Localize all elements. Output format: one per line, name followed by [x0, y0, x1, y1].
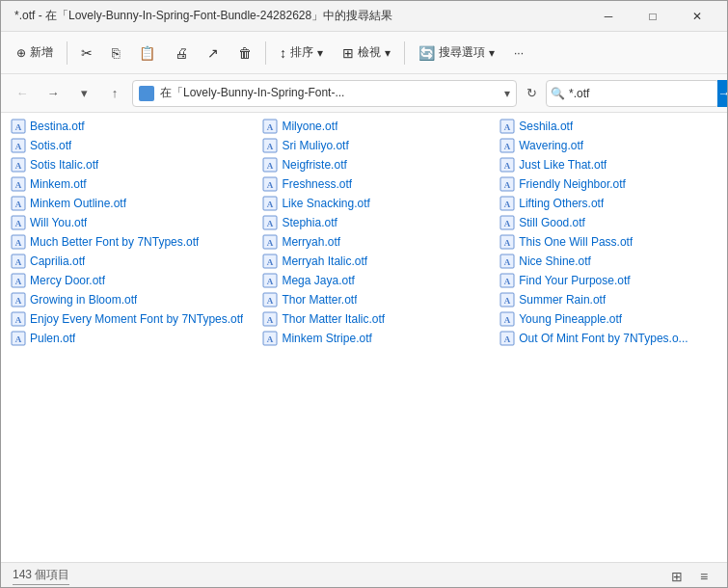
share-icon: ↗ — [207, 45, 219, 61]
svg-text:A: A — [15, 200, 22, 209]
view-details-button[interactable]: ≡ — [692, 565, 715, 588]
svg-text:A: A — [504, 296, 511, 306]
file-name-label: Milyone.otf — [282, 120, 337, 133]
list-item[interactable]: ASeshila.otf — [494, 117, 723, 136]
share-button[interactable]: ↗ — [200, 38, 227, 68]
refresh-button[interactable]: ↻ — [521, 83, 542, 104]
minimize-button[interactable]: ─ — [586, 1, 631, 32]
list-item[interactable]: AMinkem Stripe.otf — [256, 329, 486, 348]
list-item[interactable]: ABestina.otf — [5, 117, 249, 136]
list-item[interactable]: AMuch Better Font by 7NTypes.otf — [5, 232, 249, 252]
file-name-label: Summer Rain.otf — [519, 293, 606, 307]
back-button[interactable]: ← — [9, 80, 36, 107]
file-name-label: Sotis Italic.otf — [30, 158, 98, 172]
list-item[interactable]: AFreshness.otf — [256, 174, 486, 194]
font-file-icon: A — [11, 331, 26, 346]
list-item[interactable]: AThor Matter.otf — [256, 290, 486, 309]
paste-icon: 📋 — [139, 45, 155, 61]
copy-button[interactable]: ⎘ — [104, 38, 127, 68]
list-item[interactable]: ASotis Italic.otf — [5, 155, 249, 174]
font-file-icon: A — [11, 119, 26, 134]
file-name-label: Thor Matter.otf — [282, 293, 357, 307]
svg-text:A: A — [504, 122, 511, 132]
font-file-icon: A — [499, 157, 515, 173]
view-button[interactable]: ⊞ 檢視 ▾ — [335, 38, 398, 68]
list-item[interactable]: AWavering.otf — [494, 136, 723, 155]
svg-text:A: A — [267, 315, 274, 325]
font-file-icon: A — [262, 292, 278, 307]
print-button[interactable]: 🖨 — [167, 38, 196, 68]
list-item[interactable]: AStephia.otf — [256, 213, 486, 232]
file-name-label: Freshness.otf — [282, 177, 352, 191]
search-options-button[interactable]: 🔄 搜尋選項 ▾ — [411, 38, 502, 68]
search-field[interactable]: 🔍 → — [546, 80, 719, 107]
font-file-icon: A — [262, 196, 278, 211]
search-input[interactable] — [569, 87, 714, 100]
svg-text:A: A — [15, 315, 22, 325]
list-item[interactable]: AWill You.otf — [5, 213, 249, 232]
list-item[interactable]: AFind Your Purpose.otf — [494, 271, 723, 290]
list-item[interactable]: AThor Matter Italic.otf — [256, 309, 486, 329]
svg-text:A: A — [267, 219, 274, 228]
list-item[interactable]: AOut Of Mint Font by 7NTypes.o... — [494, 329, 723, 348]
list-item[interactable]: AMilyone.otf — [256, 117, 486, 136]
sort-chevron-icon: ▾ — [317, 46, 323, 60]
forward-button[interactable]: → — [40, 80, 67, 107]
list-item[interactable]: AMega Jaya.otf — [256, 271, 486, 290]
file-name-label: Merryah.otf — [282, 235, 340, 249]
new-button[interactable]: ⊕ 新增 — [9, 38, 61, 68]
file-name-label: This One Will Pass.otf — [519, 235, 633, 249]
svg-text:A: A — [15, 238, 22, 248]
nav-dropdown-button[interactable]: ▾ — [70, 80, 97, 107]
file-name-label: Caprilia.otf — [30, 254, 85, 268]
list-item[interactable]: AGrowing in Bloom.otf — [5, 290, 249, 309]
list-item[interactable]: AStill Good.otf — [494, 213, 723, 232]
font-file-icon: A — [499, 176, 515, 192]
address-path: 在「Lovely-Bunny-In-Spring-Font-... — [160, 85, 499, 101]
view-mode-button[interactable]: ⊞ — [665, 565, 688, 588]
list-item[interactable]: APulen.otf — [5, 329, 249, 348]
more-button[interactable]: ··· — [506, 38, 531, 68]
sort-button[interactable]: ↕ 排序 ▾ — [272, 38, 331, 68]
delete-button[interactable]: 🗑 — [230, 38, 259, 68]
list-item[interactable]: AFriendly Neighbor.otf — [494, 174, 723, 194]
close-button[interactable]: ✕ — [675, 1, 719, 32]
list-item[interactable]: AThis One Will Pass.otf — [494, 232, 723, 252]
maximize-button[interactable]: □ — [631, 1, 675, 32]
folder-icon — [139, 86, 154, 101]
list-item[interactable]: AMerryah Italic.otf — [256, 252, 486, 271]
list-item[interactable]: ANeigfriste.otf — [256, 155, 486, 174]
list-item[interactable]: ASummer Rain.otf — [494, 290, 723, 309]
list-item[interactable]: ALifting Others.otf — [494, 194, 723, 213]
new-icon: ⊕ — [16, 46, 26, 60]
address-dropdown-icon[interactable]: ▾ — [504, 87, 510, 100]
list-item[interactable]: AMerryah.otf — [256, 232, 486, 252]
view-icon: ⊞ — [342, 45, 354, 61]
svg-text:A: A — [15, 142, 22, 151]
list-item[interactable]: AMinkem Outline.otf — [5, 194, 249, 213]
list-item[interactable]: AYoung Pineapple.otf — [494, 309, 723, 329]
file-name-label: Still Good.otf — [519, 216, 585, 229]
cut-button[interactable]: ✂ — [73, 38, 100, 68]
list-item[interactable]: ASri Muliyo.otf — [256, 136, 486, 155]
separator-1 — [67, 41, 67, 65]
search-submit-button[interactable]: → — [717, 80, 728, 107]
file-column-1: ABestina.otfASotis.otfASotis Italic.otfA… — [1, 117, 253, 348]
list-item[interactable]: ASotis.otf — [5, 136, 249, 155]
list-item[interactable]: ANice Shine.otf — [494, 252, 723, 271]
list-item[interactable]: ALike Snacking.otf — [256, 194, 486, 213]
list-item[interactable]: ACaprilia.otf — [5, 252, 249, 271]
svg-text:A: A — [267, 277, 274, 286]
file-name-label: Wavering.otf — [519, 139, 583, 152]
up-button[interactable]: ↑ — [101, 80, 128, 107]
paste-button[interactable]: 📋 — [131, 38, 163, 68]
list-item[interactable]: AJust Like That.otf — [494, 155, 723, 174]
svg-text:A: A — [504, 257, 511, 267]
font-file-icon: A — [11, 311, 26, 327]
list-item[interactable]: AMinkem.otf — [5, 174, 249, 194]
list-item[interactable]: AMercy Door.otf — [5, 271, 249, 290]
file-name-label: Nice Shine.otf — [519, 254, 591, 268]
list-item[interactable]: AEnjoy Every Moment Font by 7NTypes.otf — [5, 309, 249, 329]
font-file-icon: A — [262, 234, 278, 250]
address-field[interactable]: 在「Lovely-Bunny-In-Spring-Font-... ▾ — [132, 80, 517, 107]
